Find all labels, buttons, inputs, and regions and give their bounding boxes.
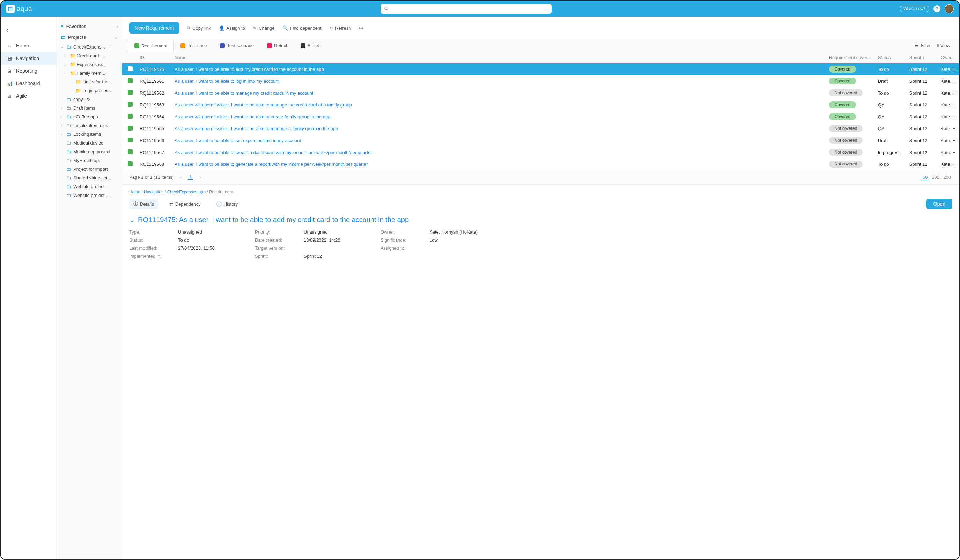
coverage-badge: Covered xyxy=(829,77,856,85)
brand-logo[interactable]: ◳ aqua xyxy=(6,5,32,13)
coverage-badge: Covered xyxy=(829,66,856,73)
col-sprint[interactable]: Sprint ↑ xyxy=(906,52,937,63)
copy-link-button[interactable]: ⧉Copy link xyxy=(187,25,211,31)
table-row[interactable]: RQ1119562 As a user, I want to be able t… xyxy=(122,87,959,99)
chevron-icon: › xyxy=(64,71,69,75)
projects-header[interactable]: 🗀 Projects ⌄ xyxy=(56,32,122,43)
briefcase-icon: 🗀 xyxy=(66,166,72,172)
nav-item-agile[interactable]: ⊞Agile xyxy=(1,90,56,102)
tab-defect[interactable]: Defect xyxy=(261,39,294,52)
row-sprint: Sprint 12 xyxy=(906,123,937,134)
row-owner: Kate, H xyxy=(937,134,959,146)
detail-tab-dependency[interactable]: ⇄Dependency xyxy=(165,199,205,209)
col-id[interactable]: ID xyxy=(136,52,171,63)
tab-script[interactable]: Script xyxy=(294,39,326,52)
tree-item[interactable]: 🗀Medical device xyxy=(56,139,122,147)
open-button[interactable]: Open xyxy=(926,198,952,209)
tree-item[interactable]: 🗀Project for import xyxy=(56,165,122,173)
tree-item[interactable]: 📁Limits for the... xyxy=(56,77,122,86)
tree-item[interactable]: 🗀MyHealth app xyxy=(56,156,122,165)
more-button[interactable]: ••• xyxy=(358,26,363,31)
tree-item[interactable]: ›📁Expenses re... xyxy=(56,60,122,69)
crumb[interactable]: Home xyxy=(129,190,140,194)
priority-label: Priority: xyxy=(255,229,297,235)
tree-item[interactable]: 🗀Shared value set... xyxy=(56,173,122,182)
table-row[interactable]: RQ1119567 As a user, I want to be able t… xyxy=(122,146,959,158)
table-row[interactable]: RQ1119568 As a user, I want to be able t… xyxy=(122,158,959,170)
folder-icon: 📁 xyxy=(75,79,81,85)
tab-test-scenario[interactable]: Test scenario xyxy=(213,39,261,52)
tree-item[interactable]: 🗀Website project ... xyxy=(56,191,122,200)
briefcase-icon: 🗀 xyxy=(66,184,72,189)
table-row[interactable]: RQ1119561 As a user, I want to be able t… xyxy=(122,75,959,87)
col-name[interactable]: Name xyxy=(171,52,826,63)
page-size-200[interactable]: 200 xyxy=(942,174,952,180)
item-menu-icon[interactable]: ⋮ xyxy=(108,44,112,50)
tree-item[interactable]: 📁Login process xyxy=(56,86,122,95)
coverage-badge: Not covered xyxy=(829,125,863,132)
col-coverage[interactable]: Requirement cover... xyxy=(826,52,874,63)
folder-icon: 📁 xyxy=(70,53,75,58)
assign-to-button[interactable]: 👤Assign to xyxy=(219,26,245,31)
tab-requirement[interactable]: Requirement xyxy=(128,39,174,52)
pager-current-page[interactable]: 1 xyxy=(188,174,193,180)
tree-item[interactable]: ›📁Family mem... xyxy=(56,69,122,77)
tree-item[interactable]: ›🗀eCoffee app xyxy=(56,112,122,121)
refresh-button[interactable]: ↻Refresh xyxy=(329,26,351,31)
tab-test-case[interactable]: Test case xyxy=(174,39,213,52)
detail-tab-history[interactable]: 🕘History xyxy=(212,199,242,209)
tree-item[interactable]: 🗀copy123 xyxy=(56,95,122,104)
tree-item[interactable]: ›🗀Locking items xyxy=(56,130,122,139)
detail-tab-details[interactable]: ⓘDetails xyxy=(129,198,158,209)
modified-label: Last modified: xyxy=(129,245,171,251)
page-size-100[interactable]: 100 xyxy=(930,174,941,180)
new-requirement-button[interactable]: New Requirement xyxy=(129,22,179,34)
nav-item-reporting[interactable]: 🗎Reporting xyxy=(1,65,56,77)
briefcase-icon: 🗀 xyxy=(66,140,72,146)
search-input[interactable] xyxy=(381,4,552,14)
col-status[interactable]: Status xyxy=(874,52,906,63)
crumb[interactable]: CheckExpenses app xyxy=(167,190,206,194)
requirement-icon xyxy=(128,114,133,119)
row-status: Draft xyxy=(874,134,906,146)
favorites-header[interactable]: ♥ Favorites › xyxy=(56,21,122,32)
nav-item-navigation[interactable]: ▦Navigation xyxy=(1,52,56,65)
row-sprint: Sprint 12 xyxy=(906,63,937,75)
table-row[interactable]: RQ1119565 As a user with permissions, I … xyxy=(122,123,959,134)
implemented-value xyxy=(178,253,248,259)
tree-item[interactable]: 🗀Mobile app project xyxy=(56,147,122,156)
table-row[interactable]: RQ1119564 As a user with permissions, I … xyxy=(122,111,959,123)
change-button[interactable]: ✎Change xyxy=(253,26,275,31)
avatar[interactable] xyxy=(945,4,954,13)
nav-item-dashboard[interactable]: 📊Dashboard xyxy=(1,77,56,90)
tree-item[interactable]: ›🗀Localization_digi... xyxy=(56,121,122,130)
find-dependent-button[interactable]: 🔍Find dependent xyxy=(282,26,322,31)
view-button[interactable]: ⦀View xyxy=(937,43,950,48)
whats-new-button[interactable]: What's new? xyxy=(899,6,929,12)
sort-asc-icon: ↑ xyxy=(922,55,925,60)
crumb[interactable]: Navigation xyxy=(144,190,164,194)
detail-title[interactable]: ⌄ RQ1119475: As a user, I want to be abl… xyxy=(129,215,952,224)
back-button[interactable]: ‹ xyxy=(1,27,56,40)
pager-next-button[interactable]: › xyxy=(198,174,202,180)
row-id: RQ1119565 xyxy=(136,123,171,134)
page-size-50[interactable]: 50 xyxy=(921,174,929,181)
nav-item-home[interactable]: ⌂Home xyxy=(1,40,56,52)
tree-item[interactable]: ›📁Credit card ... xyxy=(56,51,122,60)
filter-button[interactable]: ☰Filter xyxy=(915,43,931,48)
status-value: To do xyxy=(178,237,248,243)
row-status: QA xyxy=(874,123,906,134)
left-nav: ‹ ⌂Home▦Navigation🗎Reporting📊Dashboard⊞A… xyxy=(1,17,56,559)
tree-item[interactable]: 🗀Website project xyxy=(56,182,122,191)
table-row[interactable]: RQ1119566 As a user, I want to be able t… xyxy=(122,134,959,146)
pager-prev-button[interactable]: ‹ xyxy=(179,174,183,180)
tree-item[interactable]: ⌄🗀CheckExpens...⋮ xyxy=(56,43,122,51)
table-row[interactable]: RQ1119475 As a user, I want to be able t… xyxy=(122,63,959,75)
col-owner[interactable]: Owner xyxy=(937,52,959,63)
help-icon[interactable]: ? xyxy=(933,5,941,12)
requirement-icon xyxy=(128,102,133,107)
owner-value: Kate, Hornysh (HoKate) xyxy=(429,229,499,235)
briefcase-icon: 🗀 xyxy=(61,35,65,40)
tree-item[interactable]: ›🗀Draft items xyxy=(56,104,122,112)
table-row[interactable]: RQ1119563 As a user with permissions, I … xyxy=(122,99,959,111)
